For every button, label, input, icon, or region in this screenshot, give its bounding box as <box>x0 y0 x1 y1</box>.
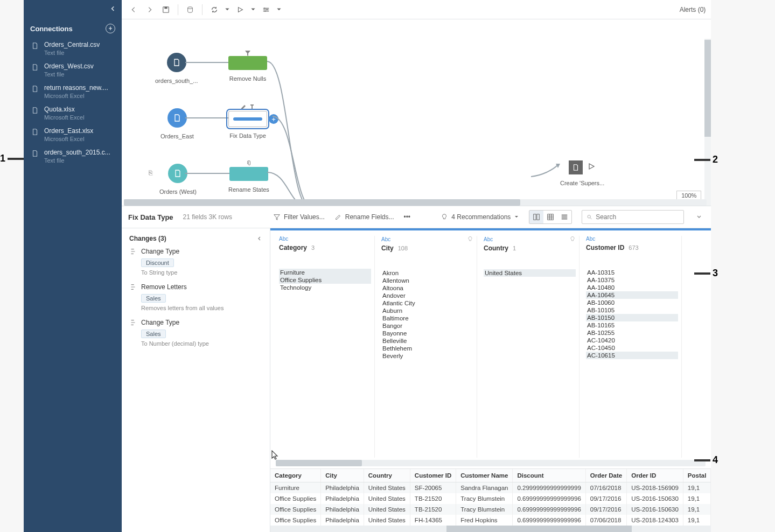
profile-value[interactable]: AA-10480 <box>586 284 678 291</box>
grid-horizontal-scrollbar[interactable] <box>270 526 711 532</box>
profile-value[interactable]: AC-10615 <box>586 352 678 359</box>
save-button[interactable] <box>159 3 172 16</box>
connection-item[interactable]: Quota.xlsxMicrosoft Excel <box>24 102 122 124</box>
run-button[interactable] <box>234 3 247 16</box>
grid-header[interactable]: Order ID <box>627 469 683 482</box>
run-output-button[interactable] <box>587 162 596 173</box>
grid-view-button[interactable] <box>543 211 557 223</box>
connection-item[interactable]: Orders_East.xlsxMicrosoft Excel <box>24 124 122 145</box>
grid-cell: SF-20065 <box>410 482 456 494</box>
profile-value[interactable]: AB-10165 <box>586 321 678 329</box>
grid-header[interactable]: Category <box>270 469 321 482</box>
change-item[interactable]: Change TypeSalesTo Number (decimal) type <box>129 319 262 347</box>
settings-button[interactable] <box>260 3 273 16</box>
grid-header[interactable]: Country <box>364 469 410 482</box>
profile-card[interactable]: AbcCategory3FurnitureOffice SuppliesTech… <box>276 236 375 458</box>
flow-output-node[interactable]: Create 'Supers... <box>560 160 604 186</box>
change-item[interactable]: Change TypeDiscountTo String type <box>129 248 262 276</box>
run-dropdown[interactable] <box>250 3 256 16</box>
profile-value[interactable]: AB-10150 <box>586 314 678 321</box>
profile-value[interactable]: Office Supplies <box>279 276 371 284</box>
connection-item[interactable]: Orders_Central.csvText file <box>24 38 122 59</box>
change-item[interactable]: Remove LettersSalesRemoves letters from … <box>129 283 262 311</box>
flow-vertical-scrollbar[interactable] <box>704 39 711 206</box>
profile-card[interactable]: AbcCountry1United States <box>480 236 579 458</box>
connection-item[interactable]: orders_south_2015.c...Text file <box>24 145 122 167</box>
table-row[interactable]: Office SuppliesPhiladelphiaUnited States… <box>270 493 711 504</box>
connection-item[interactable]: return reasons_new....Microsoft Excel <box>24 81 122 102</box>
profile-value[interactable]: Allentown <box>381 277 473 284</box>
mouse-cursor <box>271 450 279 462</box>
flow-horizontal-scrollbar[interactable] <box>124 199 707 206</box>
grid-header[interactable]: Discount <box>513 469 585 482</box>
grid-header[interactable]: Order Date <box>585 469 626 482</box>
more-options-button[interactable]: ••• <box>403 213 410 221</box>
flow-input-node[interactable]: Orders_East <box>160 108 194 139</box>
output-file-icon <box>569 160 583 174</box>
grid-cell: 07/16/2018 <box>585 482 626 494</box>
table-row[interactable]: Office SuppliesPhiladelphiaUnited States… <box>270 515 711 526</box>
flow-step[interactable]: Remove Nulls <box>228 50 267 82</box>
profile-value[interactable]: Bethlehem <box>381 345 473 352</box>
database-button[interactable] <box>184 3 197 16</box>
profile-value[interactable]: AC-10420 <box>586 337 678 344</box>
profile-value[interactable]: Akron <box>381 269 473 277</box>
profile-view-button[interactable] <box>529 211 543 223</box>
change-field-pill: Sales <box>141 294 166 303</box>
grid-header[interactable]: Customer Name <box>456 469 513 482</box>
profile-value[interactable]: AA-10315 <box>586 269 678 276</box>
profile-value[interactable]: Atlantic City <box>381 299 473 307</box>
profile-value[interactable]: Furniture <box>279 269 371 276</box>
back-button[interactable] <box>127 3 140 16</box>
profile-value[interactable]: Bangor <box>381 322 473 330</box>
flow-canvas[interactable]: orders_south_... Orders_East ⎘ Orders (W… <box>122 19 711 206</box>
profile-card[interactable]: AbcCustomer ID673AA-10315AA-10375AA-1048… <box>583 236 682 458</box>
flow-step-label: Fix Data Type <box>229 132 266 139</box>
profile-value[interactable]: AB-10255 <box>586 329 678 337</box>
profile-value[interactable]: AA-10645 <box>586 291 678 299</box>
profile-value[interactable]: AA-10375 <box>586 276 678 284</box>
profile-value[interactable]: Altoona <box>381 284 473 292</box>
grid-header[interactable]: City <box>321 469 364 482</box>
profile-value[interactable]: AC-10450 <box>586 344 678 352</box>
profile-value[interactable]: Auburn <box>381 307 473 314</box>
flow-input-node[interactable]: orders_south_... <box>155 53 198 84</box>
profile-horizontal-scrollbar[interactable] <box>276 460 706 466</box>
refresh-button[interactable] <box>208 3 221 16</box>
flow-step[interactable]: Rename States <box>228 159 269 193</box>
grid-header[interactable]: Postal <box>683 469 711 482</box>
add-connection-button[interactable]: + <box>106 24 115 33</box>
collapse-profile-button[interactable] <box>694 214 704 220</box>
profile-value[interactable]: Andover <box>381 292 473 299</box>
field-name: Category <box>279 244 307 251</box>
profile-value[interactable]: Beverly <box>381 352 473 360</box>
search-input[interactable] <box>596 213 679 221</box>
alerts-link[interactable]: Alerts (0) <box>680 6 706 13</box>
profile-value[interactable]: Technology <box>279 284 371 291</box>
settings-dropdown[interactable] <box>276 3 282 16</box>
table-row[interactable]: Office SuppliesPhiladelphiaUnited States… <box>270 504 711 515</box>
list-view-button[interactable] <box>557 211 571 223</box>
forward-button[interactable] <box>143 3 156 16</box>
data-grid[interactable]: CategoryCityCountryCustomer IDCustomer N… <box>270 468 711 532</box>
profile-value[interactable]: Bayonne <box>381 330 473 337</box>
connection-item[interactable]: Orders_West.csvText file <box>24 59 122 81</box>
refresh-dropdown[interactable] <box>224 3 231 16</box>
profile-value[interactable]: United States <box>484 269 576 277</box>
flow-step-selected[interactable]: + Fix Data Type <box>228 103 267 139</box>
view-toggle[interactable] <box>529 210 572 224</box>
profile-value[interactable]: Belleville <box>381 337 473 345</box>
profile-value[interactable]: AB-10105 <box>586 306 678 314</box>
grid-header[interactable]: Customer ID <box>410 469 456 482</box>
table-row[interactable]: FurniturePhiladelphiaUnited StatesSF-200… <box>270 482 711 494</box>
collapse-changes-icon[interactable] <box>257 236 262 241</box>
collapse-sidebar-icon[interactable] <box>109 5 116 15</box>
filter-values-button[interactable]: Filter Values... <box>273 213 325 221</box>
flow-input-node[interactable]: ⎘ Orders (West) <box>159 164 197 195</box>
profile-value[interactable]: AB-10060 <box>586 299 678 306</box>
recommendations-button[interactable]: 4 Recommendations <box>441 213 519 221</box>
search-field[interactable] <box>582 210 684 224</box>
profile-card[interactable]: AbcCity108AkronAllentownAltoonaAndoverAt… <box>378 236 477 458</box>
profile-value[interactable]: Baltimore <box>381 314 473 322</box>
rename-fields-button[interactable]: Rename Fields... <box>334 213 394 221</box>
